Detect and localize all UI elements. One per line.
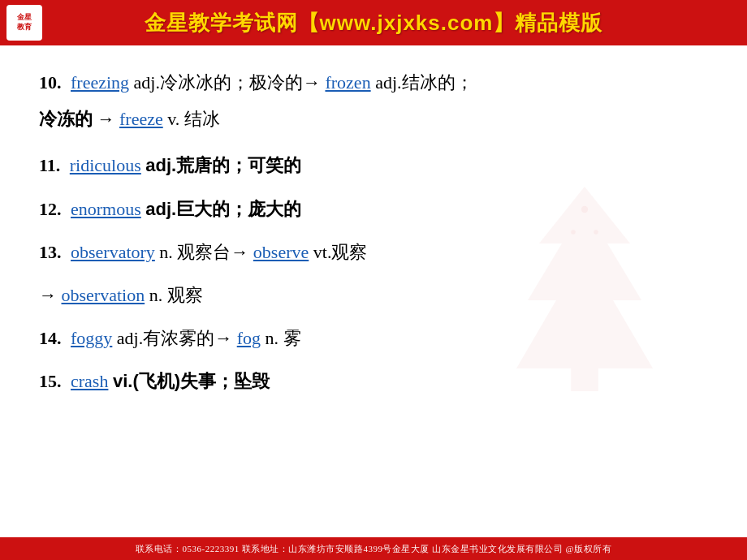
item10-cont-text: v. 结冰 — [167, 109, 220, 129]
item-number-14: 14. — [39, 328, 62, 348]
link-observation[interactable]: observation — [62, 285, 145, 305]
item14-text2: n. 雾 — [266, 328, 301, 348]
header-logo: 金星教育 — [6, 5, 42, 41]
item10-cont-arrow: → — [97, 109, 115, 129]
link-frozen[interactable]: frozen — [325, 72, 370, 93]
link-fog[interactable]: fog — [237, 328, 261, 348]
item-number-12: 12. — [39, 199, 62, 219]
footer-banner: 联系电话：0536-2223391 联系地址：山东潍坊市安顺路4399号金星大厦… — [0, 537, 747, 560]
link-observe[interactable]: observe — [253, 242, 309, 262]
item-number-15: 15. — [39, 371, 62, 391]
header-banner: 金星教育 金星教学考试网【www.jxjxks.com】精品模版 — [0, 0, 747, 45]
main-content: 10. freezing adj.冷冰冰的；极冷的→ frozen adj.结冰… — [0, 45, 747, 427]
link-enormous[interactable]: enormous — [71, 199, 141, 219]
link-observatory[interactable]: observatory — [71, 242, 155, 262]
svg-point-4 — [594, 230, 598, 235]
vocab-item-13: 13. observatory n. 观察台→ observe vt.观察 — [39, 238, 708, 266]
item10-text2: adj.结冰的； — [375, 72, 473, 93]
link-freeze[interactable]: freeze — [119, 109, 163, 129]
item13-cont-text: n. 观察 — [149, 285, 203, 305]
item13-text2: vt.观察 — [313, 242, 368, 262]
item15-text: vi.(飞机)失事；坠毁 — [113, 371, 270, 391]
logo-text: 金星教育 — [17, 13, 32, 32]
link-freezing[interactable]: freezing — [71, 72, 129, 93]
footer-text: 联系电话：0536-2223391 联系地址：山东潍坊市安顺路4399号金星大厦… — [136, 543, 611, 555]
link-crash[interactable]: crash — [71, 371, 108, 391]
vocab-item-13-cont: → observation n. 观察 — [39, 281, 708, 309]
item10-text1: adj.冷冰冰的；极冷的→ — [134, 72, 321, 93]
item10-cont-bold: 冷冻的 — [39, 109, 93, 129]
vocab-item-14: 14. foggy adj.有浓雾的→ fog n. 雾 — [39, 324, 708, 352]
vocab-item-10-cont: 冷冻的 → freeze v. 结冰 — [39, 105, 708, 133]
item-number-13: 13. — [39, 242, 62, 262]
item11-text: adj.荒唐的；可笑的 — [145, 155, 301, 175]
svg-point-3 — [571, 230, 576, 235]
item13-text1: n. 观察台→ — [159, 242, 248, 262]
header-title: 金星教学考试网【www.jxjxks.com】精品模版 — [145, 9, 603, 37]
vocab-item-10: 10. freezing adj.冷冰冰的；极冷的→ frozen adj.结冰… — [39, 68, 708, 97]
item12-text: adj.巨大的；庞大的 — [145, 199, 301, 219]
vocab-item-12: 12. enormous adj.巨大的；庞大的 — [39, 195, 708, 223]
item-number-11: 11. — [39, 155, 60, 175]
link-foggy[interactable]: foggy — [71, 328, 112, 348]
item13-cont-arrow: → — [39, 285, 57, 305]
link-ridiculous[interactable]: ridiculous — [70, 155, 141, 175]
item14-text1: adj.有浓雾的→ — [117, 328, 232, 348]
vocab-item-15: 15. crash vi.(飞机)失事；坠毁 — [39, 367, 708, 395]
vocab-item-11: 11. ridiculous adj.荒唐的；可笑的 — [39, 151, 708, 179]
item-number-10: 10. — [39, 72, 62, 93]
